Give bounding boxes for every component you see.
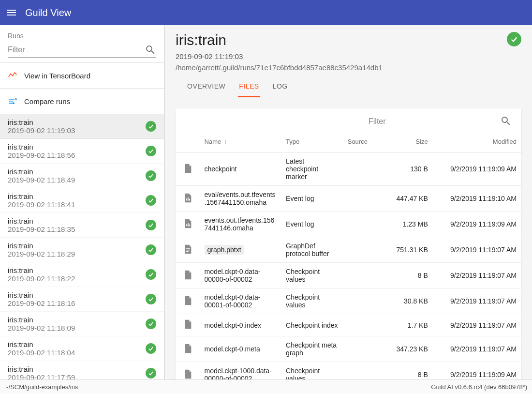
- svg-rect-0: [186, 198, 187, 200]
- files-table: Name↑ Type Source Size Modified checkpoi…: [176, 131, 521, 379]
- menu-icon[interactable]: [6, 7, 17, 18]
- run-item-timestamp: 2019-09-02 11:18:04: [8, 349, 75, 357]
- run-list-item[interactable]: iris:train2019-09-02 11:19:03: [0, 114, 164, 139]
- status-success-icon: [146, 146, 156, 156]
- view-tensorboard-button[interactable]: View in TensorBoard: [8, 66, 156, 85]
- tab-log[interactable]: LOG: [272, 77, 289, 97]
- status-badge: [507, 32, 521, 46]
- file-name: model.ckpt-1000.data-00000-of-00002: [200, 362, 281, 380]
- files-filter-input[interactable]: [369, 115, 494, 128]
- col-type[interactable]: Type: [281, 131, 343, 152]
- run-item-name: iris:train: [8, 316, 75, 324]
- file-size: 1.7 KB: [385, 314, 433, 336]
- run-item-timestamp: 2019-09-02 11:18:56: [8, 151, 75, 159]
- file-source: [343, 288, 385, 314]
- file-row[interactable]: eval/events.out.tfevents.1567441150.omah…: [176, 186, 521, 212]
- file-size: 347.23 KB: [385, 336, 433, 362]
- run-list-item[interactable]: iris:train2019-09-02 11:18:29: [0, 238, 164, 262]
- file-row[interactable]: model.ckpt-1000.data-00000-of-00002Check…: [176, 362, 521, 380]
- compare-icon: [8, 96, 17, 106]
- status-success-icon: [146, 220, 156, 230]
- file-type-icon: [176, 186, 200, 212]
- file-size: 8 B: [385, 362, 433, 380]
- run-list-item[interactable]: iris:train2019-09-02 11:18:09: [0, 312, 164, 336]
- search-icon[interactable]: [500, 115, 512, 127]
- compare-runs-button[interactable]: Compare runs: [8, 91, 156, 111]
- run-item-timestamp: 2019-09-02 11:18:22: [8, 274, 75, 283]
- file-type: Event log: [281, 212, 343, 237]
- run-item-name: iris:train: [8, 143, 75, 151]
- run-item-timestamp: 2019-09-02 11:17:59: [8, 373, 75, 379]
- status-success-icon: [146, 269, 156, 280]
- file-type: Latest checkpoint marker: [281, 152, 343, 186]
- file-type-icon: [176, 237, 200, 263]
- file-size: 8 B: [385, 263, 433, 288]
- file-row[interactable]: model.ckpt-0.indexCheckpoint index1.7 KB…: [176, 314, 521, 336]
- file-modified: 9/2/2019 11:19:07 AM: [433, 336, 521, 362]
- run-list-item[interactable]: iris:train2019-09-02 11:18:16: [0, 287, 164, 312]
- file-size: 1.23 MB: [385, 212, 433, 237]
- tab-overview[interactable]: OVERVIEW: [186, 77, 226, 97]
- run-item-timestamp: 2019-09-02 11:18:49: [8, 176, 75, 184]
- col-source[interactable]: Source: [343, 131, 385, 152]
- run-list-item[interactable]: iris:train2019-09-02 11:18:04: [0, 336, 164, 361]
- run-list-item[interactable]: iris:train2019-09-02 11:17:59: [0, 361, 164, 379]
- svg-rect-1: [188, 197, 189, 200]
- run-item-name: iris:train: [8, 217, 75, 225]
- run-timestamp: 2019-09-02 11:19:03: [176, 52, 521, 61]
- compare-label: Compare runs: [24, 97, 70, 106]
- file-row[interactable]: events.out.tfevents.1567441146.omahaEven…: [176, 212, 521, 237]
- search-icon[interactable]: [145, 44, 156, 56]
- file-row[interactable]: model.ckpt-0.data-00000-of-00002Checkpoi…: [176, 263, 521, 288]
- file-row[interactable]: graph.pbtxtGraphDef protocol buffer751.3…: [176, 237, 521, 263]
- file-type-icon: [176, 212, 200, 237]
- run-list-item[interactable]: iris:train2019-09-02 11:18:35: [0, 213, 164, 238]
- run-list-item[interactable]: iris:train2019-09-02 11:18:49: [0, 164, 164, 188]
- sidebar: Runs View in TensorBoard Compare runs ir…: [0, 25, 164, 379]
- file-source: [343, 336, 385, 362]
- file-modified: 9/2/2019 11:19:07 AM: [433, 314, 521, 336]
- col-name[interactable]: Name↑: [200, 131, 281, 152]
- run-item-name: iris:train: [8, 340, 75, 349]
- status-success-icon: [146, 368, 156, 379]
- sidebar-runs-label: Runs: [8, 32, 156, 44]
- run-list-item[interactable]: iris:train2019-09-02 11:18:41: [0, 188, 164, 213]
- file-modified: 9/2/2019 11:19:07 AM: [433, 263, 521, 288]
- col-size[interactable]: Size: [385, 131, 433, 152]
- file-row[interactable]: checkpointLatest checkpoint marker130 B9…: [176, 152, 521, 186]
- file-name: model.ckpt-0.data-00001-of-00002: [200, 288, 281, 314]
- file-name: checkpoint: [200, 152, 281, 186]
- file-name: graph.pbtxt: [200, 237, 281, 263]
- footer-version: Guild AI v0.6.6.rc4 (dev 66b0978*): [431, 383, 527, 391]
- file-type: Event log: [281, 186, 343, 212]
- status-success-icon: [146, 318, 156, 329]
- svg-rect-2: [189, 198, 190, 200]
- run-list[interactable]: iris:train2019-09-02 11:19:03iris:train2…: [0, 114, 164, 379]
- file-row[interactable]: model.ckpt-0.metaCheckpoint meta graph34…: [176, 336, 521, 362]
- file-source: [343, 186, 385, 212]
- check-icon: [510, 35, 518, 44]
- run-list-item[interactable]: iris:train2019-09-02 11:18:56: [0, 139, 164, 164]
- run-item-name: iris:train: [8, 192, 75, 200]
- app-bar: Guild View: [0, 0, 532, 25]
- col-modified[interactable]: Modified: [433, 131, 521, 152]
- file-name: eval/events.out.tfevents.1567441150.omah…: [200, 186, 281, 212]
- run-list-item[interactable]: iris:train2019-09-02 11:18:22: [0, 262, 164, 287]
- run-item-name: iris:train: [8, 291, 75, 299]
- status-success-icon: [146, 121, 156, 132]
- svg-rect-7: [186, 249, 190, 250]
- run-item-timestamp: 2019-09-02 11:19:03: [8, 126, 75, 135]
- status-success-icon: [146, 343, 156, 354]
- file-type: Checkpoint values: [281, 362, 343, 380]
- file-size: 30.8 KB: [385, 288, 433, 314]
- sidebar-filter-input[interactable]: [8, 44, 145, 56]
- file-modified: 9/2/2019 11:19:07 AM: [433, 288, 521, 314]
- run-header: iris:train 2019-09-02 11:19:03 /home/gar…: [165, 25, 532, 98]
- file-type-icon: [176, 152, 200, 186]
- status-success-icon: [146, 244, 156, 255]
- tab-files[interactable]: FILES: [238, 77, 260, 97]
- run-item-name: iris:train: [8, 365, 75, 373]
- svg-rect-8: [186, 251, 189, 251]
- svg-rect-5: [189, 224, 190, 226]
- file-row[interactable]: model.ckpt-0.data-00001-of-00002Checkpoi…: [176, 288, 521, 314]
